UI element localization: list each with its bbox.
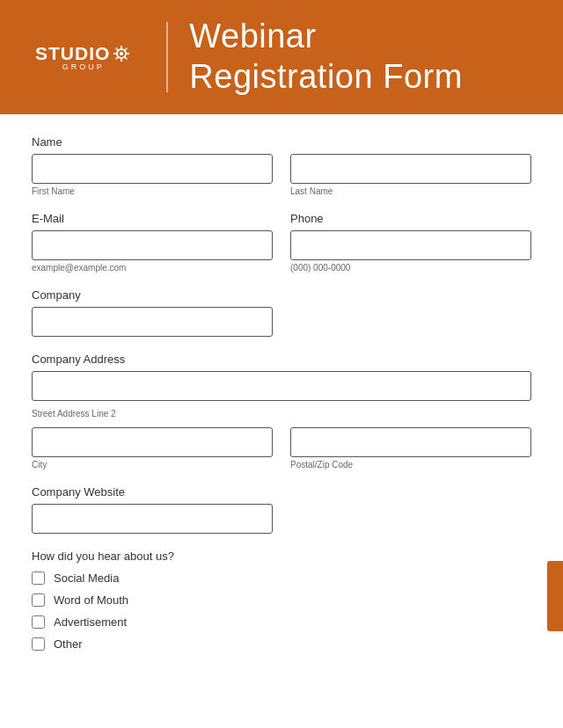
- city-hint: City: [32, 460, 273, 470]
- social-media-label[interactable]: Social Media: [54, 571, 119, 585]
- logo: STUDIO: [35, 43, 131, 64]
- postal-col: Postal/Zip Code: [290, 427, 531, 470]
- svg-line-7: [125, 57, 128, 60]
- website-group: Company Website: [32, 485, 531, 534]
- advertisement-label[interactable]: Advertisement: [54, 615, 127, 629]
- company-label: Company: [32, 288, 531, 302]
- phone-col: Phone (000) 000-0000: [290, 212, 531, 273]
- svg-line-8: [125, 48, 128, 51]
- word-of-mouth-label[interactable]: Word of Mouth: [54, 593, 128, 607]
- email-hint: example@example.com: [32, 263, 273, 273]
- website-input[interactable]: [32, 504, 273, 534]
- list-item: Advertisement: [32, 615, 531, 629]
- hear-about-label: How did you hear about us?: [32, 550, 531, 563]
- decorative-strip: [547, 561, 563, 631]
- logo-subtext: GROUP: [62, 62, 105, 71]
- address-group: Company Address Street Address Line 2 Ci…: [32, 353, 531, 470]
- title-line2: Registration Form: [189, 57, 462, 98]
- header-title: Webinar Registration Form: [189, 17, 462, 97]
- city-postal-row: City Postal/Zip Code: [32, 427, 531, 470]
- street-address-input[interactable]: [32, 371, 531, 401]
- hear-about-group: How did you hear about us? Social Media …: [32, 550, 531, 651]
- svg-line-6: [116, 48, 119, 51]
- checkbox-group: Social Media Word of Mouth Advertisement…: [32, 571, 531, 651]
- social-media-checkbox[interactable]: [32, 571, 45, 585]
- advertisement-checkbox[interactable]: [32, 615, 45, 629]
- form-content: Name First Name Last Name E-Mail example…: [0, 114, 563, 702]
- postal-hint: Postal/Zip Code: [290, 460, 531, 470]
- first-name-hint: First Name: [32, 186, 273, 196]
- name-group: Name First Name Last Name: [32, 135, 531, 196]
- svg-line-9: [116, 57, 119, 60]
- list-item: Other: [32, 637, 531, 651]
- website-label: Company Website: [32, 485, 531, 499]
- header-divider: [166, 22, 168, 92]
- phone-hint: (000) 000-0000: [290, 263, 531, 273]
- name-label: Name: [32, 135, 531, 149]
- city-col: City: [32, 427, 273, 470]
- email-input[interactable]: [32, 230, 273, 260]
- logo-box: STUDIO GROUP: [35, 43, 131, 71]
- email-phone-row: E-Mail example@example.com Phone (000) 0…: [32, 212, 531, 273]
- company-group: Company: [32, 288, 531, 337]
- title-line1: Webinar: [189, 17, 462, 57]
- company-address-label: Company Address: [32, 353, 531, 366]
- logo-icon: [112, 44, 131, 63]
- first-name-col: First Name: [32, 154, 273, 196]
- company-input-wrapper: [32, 307, 273, 337]
- email-col: E-Mail example@example.com: [32, 212, 273, 273]
- page-header: STUDIO GROUP Webinar Regis: [0, 0, 563, 114]
- last-name-input[interactable]: [290, 154, 531, 184]
- word-of-mouth-checkbox[interactable]: [32, 593, 45, 607]
- email-phone-group: E-Mail example@example.com Phone (000) 0…: [32, 212, 531, 273]
- website-input-wrapper: [32, 504, 273, 534]
- other-checkbox[interactable]: [32, 637, 45, 651]
- last-name-hint: Last Name: [290, 186, 531, 196]
- logo-text: STUDIO: [35, 43, 110, 64]
- last-name-col: Last Name: [290, 154, 531, 196]
- logo-area: STUDIO GROUP: [21, 34, 145, 80]
- list-item: Word of Mouth: [32, 593, 531, 607]
- email-label: E-Mail: [32, 212, 273, 225]
- svg-point-1: [120, 52, 123, 55]
- list-item: Social Media: [32, 571, 531, 585]
- postal-input[interactable]: [290, 427, 531, 457]
- first-name-input[interactable]: [32, 154, 273, 184]
- street-address-hint: Street Address Line 2: [32, 409, 116, 419]
- phone-input[interactable]: [290, 230, 531, 260]
- name-row: First Name Last Name: [32, 154, 531, 196]
- company-input[interactable]: [32, 307, 273, 337]
- other-label[interactable]: Other: [54, 637, 83, 651]
- city-input[interactable]: [32, 427, 273, 457]
- phone-label: Phone: [290, 212, 531, 225]
